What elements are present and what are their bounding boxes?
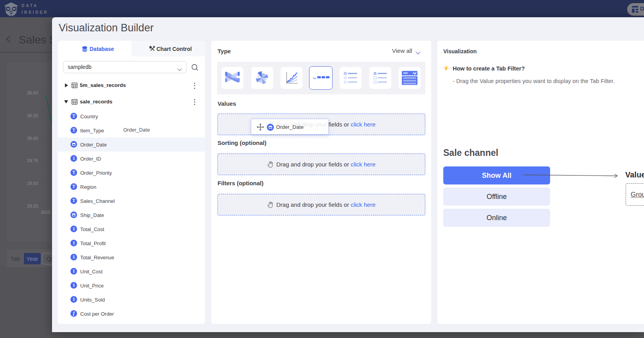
svg-text:Tab: Tab xyxy=(313,77,317,80)
